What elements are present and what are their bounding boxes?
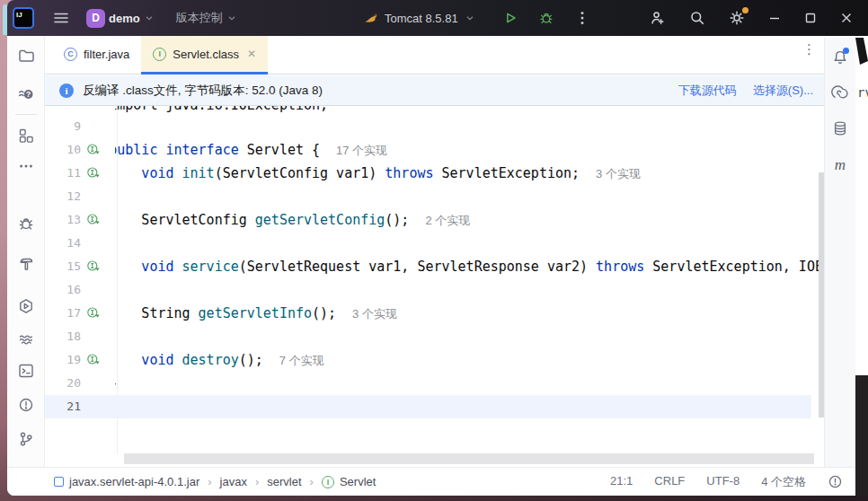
breadcrumb-separator: › xyxy=(255,475,259,488)
project-widget[interactable]: D demo xyxy=(86,9,155,28)
horizontal-scrollbar[interactable] xyxy=(124,453,814,464)
chevron-down-icon xyxy=(465,13,475,23)
status-bar: javax.servlet-api-4.0.1.jar›javax›servle… xyxy=(7,467,855,496)
line-number-16: 16 xyxy=(45,278,81,302)
spiral-icon[interactable] xyxy=(830,83,850,102)
maximize-button[interactable] xyxy=(803,11,818,25)
intellij-logo-icon[interactable]: IJ xyxy=(13,7,34,29)
ide-window: ? m Cfilter.javaIServlet.class✕ ⋮ i 反编译 … xyxy=(7,36,855,496)
debug-button[interactable] xyxy=(538,10,554,26)
strip-divider xyxy=(15,114,37,115)
tab-close-icon[interactable]: ✕ xyxy=(247,48,256,60)
structure-icon[interactable] xyxy=(16,126,36,145)
vcs-widget[interactable]: 版本控制 xyxy=(176,10,237,26)
editor-tab-bar: Cfilter.javaIServlet.class✕ ⋮ xyxy=(45,36,824,75)
vertical-scrollbar[interactable] xyxy=(819,172,824,418)
implementations-hint[interactable]: 7 个实现 xyxy=(279,354,324,367)
breadcrumb-item-Servlet[interactable]: IServlet xyxy=(322,475,376,488)
status-indent-style[interactable]: 4 个空格 xyxy=(761,474,806,490)
code-line-13: ServletConfig getServletConfig();2 个实现 xyxy=(115,208,819,232)
maven-icon[interactable]: m xyxy=(830,155,850,175)
class-file-icon: C xyxy=(64,48,77,61)
vcs-label: 版本控制 xyxy=(176,10,223,26)
implemented-gutter-icon[interactable] xyxy=(86,255,102,278)
run-config-label[interactable]: Tomcat 8.5.81 xyxy=(385,12,458,25)
line-number-11: 11 xyxy=(45,162,81,185)
database-icon[interactable] xyxy=(830,119,850,138)
project-name: demo xyxy=(109,12,140,25)
status-encoding[interactable]: UTF-8 xyxy=(706,474,740,490)
code-line-19: void destroy();7 个实现 xyxy=(115,348,819,372)
banner-text: 反编译 .class文件, 字节码版本: 52.0 (Java 8) xyxy=(83,83,323,99)
line-number-10: 10 xyxy=(45,138,81,162)
waves-icon[interactable] xyxy=(16,330,36,349)
left-tool-strip: ? xyxy=(7,36,45,467)
background-window-glyph xyxy=(855,38,868,65)
code-line-10: public interface Servlet {17 个实现 xyxy=(115,138,819,162)
background-window-text: rv xyxy=(857,85,868,100)
breadcrumb-item-javax.servlet-api-4.0.1.jar[interactable]: javax.servlet-api-4.0.1.jar xyxy=(54,475,199,488)
code-line-16 xyxy=(115,278,819,302)
tab-Servlet.class[interactable]: IServlet.class✕ xyxy=(141,36,268,75)
search-icon[interactable] xyxy=(688,9,706,27)
line-number-17: 17 xyxy=(45,302,81,325)
implemented-gutter-icon[interactable] xyxy=(86,302,102,325)
code-line-17: String getServletInfo();3 个实现 xyxy=(115,302,819,325)
notifications-icon[interactable] xyxy=(830,48,850,67)
settings-gear-icon[interactable] xyxy=(728,9,746,27)
breadcrumb-separator: › xyxy=(208,475,211,488)
breadcrumb-item-servlet[interactable]: servlet xyxy=(267,475,301,488)
git-branch-icon[interactable] xyxy=(16,429,36,449)
editor[interactable]: import java.io.IOException;910public int… xyxy=(45,106,824,467)
status-caret-position[interactable]: 21:1 xyxy=(610,474,633,490)
breadcrumb-item-javax[interactable]: javax xyxy=(220,475,247,488)
implemented-gutter-icon[interactable] xyxy=(86,348,102,372)
interface-file-icon: I xyxy=(322,476,334,488)
tab-options-kebab-icon[interactable]: ⋮ xyxy=(802,47,811,52)
line-number-14: 14 xyxy=(45,232,81,255)
implemented-gutter-icon[interactable] xyxy=(86,138,102,162)
implementations-hint[interactable]: 3 个实现 xyxy=(596,167,641,180)
commit-question-icon[interactable]: ? xyxy=(16,84,36,104)
implementations-hint[interactable]: 2 个实现 xyxy=(425,214,470,227)
debug-icon[interactable] xyxy=(16,214,36,233)
code-line-12 xyxy=(115,185,819,208)
implemented-gutter-icon[interactable] xyxy=(86,162,102,185)
more-actions-kebab-icon[interactable] xyxy=(576,10,589,26)
banner-action-1[interactable]: 选择源(S)... xyxy=(753,83,813,99)
breadcrumb: javax.servlet-api-4.0.1.jar›javax›servle… xyxy=(54,475,376,488)
code-line-9 xyxy=(115,115,819,138)
implemented-gutter-icon[interactable] xyxy=(86,208,102,232)
folder-icon[interactable] xyxy=(16,46,36,66)
status-widgets: 21:1CRLFUTF-84 个空格 xyxy=(610,474,843,490)
add-user-icon[interactable] xyxy=(649,9,667,27)
more-icon[interactable] xyxy=(16,156,36,176)
services-icon[interactable] xyxy=(16,296,36,316)
code-line-20: } xyxy=(115,372,819,395)
implementations-hint[interactable]: 3 个实现 xyxy=(352,307,397,321)
build-icon[interactable] xyxy=(16,254,36,274)
right-tool-strip: m xyxy=(824,38,855,467)
code-line-15: void service(ServletRequest var1, Servle… xyxy=(115,255,819,278)
chevron-down-icon xyxy=(144,13,155,23)
run-button[interactable] xyxy=(502,10,518,26)
terminal-icon[interactable] xyxy=(16,361,36,381)
tab-filter.java[interactable]: Cfilter.java xyxy=(52,36,141,75)
banner-action-0[interactable]: 下载源代码 xyxy=(678,83,737,99)
code-line-18 xyxy=(115,325,819,348)
close-button[interactable] xyxy=(839,11,854,25)
line-number-13: 13 xyxy=(45,208,81,232)
error-analysis-icon[interactable] xyxy=(828,474,843,489)
background-window: rv xyxy=(855,36,868,496)
hamburger-menu-icon[interactable] xyxy=(52,9,70,27)
minimize-button[interactable] xyxy=(767,11,782,25)
problems-icon[interactable] xyxy=(16,395,36,415)
info-icon: i xyxy=(59,84,74,98)
status-line-ending[interactable]: CRLF xyxy=(654,474,685,490)
background-window-dark-area xyxy=(855,375,868,496)
code-line-21 xyxy=(115,395,819,418)
settings-notification-dot xyxy=(742,7,748,13)
tab-list: Cfilter.javaIServlet.class✕ xyxy=(52,36,268,75)
implementations-hint[interactable]: 17 个实现 xyxy=(336,144,387,157)
breadcrumb-separator: › xyxy=(310,475,314,488)
